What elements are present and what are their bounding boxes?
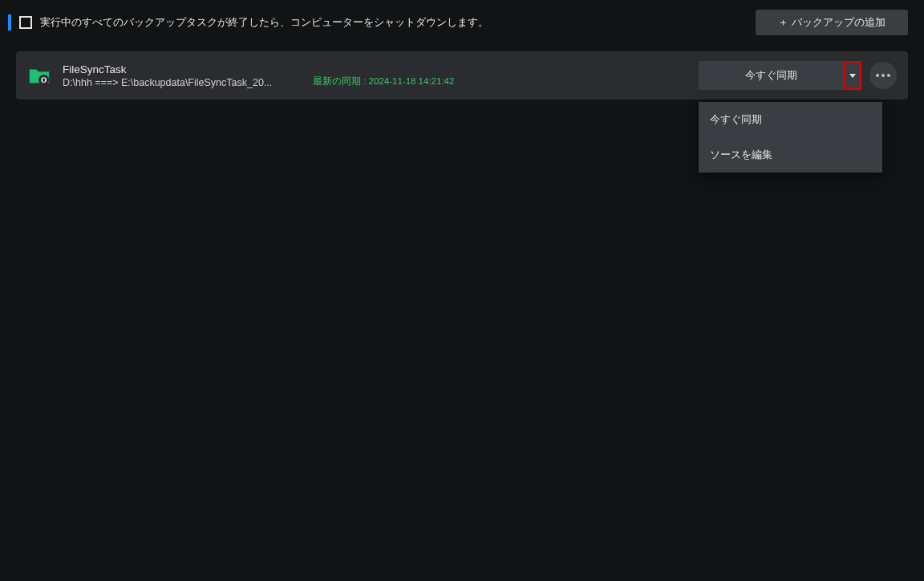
caret-down-icon	[849, 74, 856, 78]
top-bar: 実行中のすべてのバックアップタスクが終了したら、コンピューターをシャットダウンし…	[0, 0, 924, 45]
task-path: D:\hhh ===> E:\backupdata\FileSyncTask_2…	[63, 77, 311, 88]
last-sync-time: 2024-11-18 14:21:42	[369, 76, 455, 86]
sync-dropdown-menu: 今すぐ同期 ソースを編集	[699, 102, 882, 173]
add-backup-button[interactable]: ＋ バックアップの追加	[756, 10, 908, 35]
task-info: FileSyncTask D:\hhh ===> E:\backupdata\F…	[63, 63, 311, 88]
card-actions: 今すぐ同期 今すぐ同期 ソースを編集	[699, 61, 897, 90]
more-icon	[876, 74, 890, 77]
svg-point-0	[38, 75, 49, 85]
dropdown-item-sync-now[interactable]: 今すぐ同期	[699, 102, 882, 137]
sync-now-button[interactable]: 今すぐ同期	[699, 61, 844, 90]
task-name: FileSyncTask	[63, 63, 311, 75]
task-card: FileSyncTask D:\hhh ===> E:\backupdata\F…	[16, 51, 908, 100]
sync-split-button: 今すぐ同期	[699, 61, 861, 90]
shutdown-label: 実行中のすべてのバックアップタスクが終了したら、コンピューターをシャットダウンし…	[40, 15, 488, 30]
active-marker	[8, 14, 11, 30]
sync-dropdown-wrapper: 今すぐ同期 今すぐ同期 ソースを編集	[699, 61, 861, 90]
sync-dropdown-toggle[interactable]	[844, 61, 861, 90]
dropdown-item-edit-source[interactable]: ソースを編集	[699, 137, 882, 173]
shutdown-checkbox[interactable]	[19, 16, 32, 29]
more-button[interactable]	[869, 62, 897, 89]
last-sync-prefix: 最新の同期 :	[313, 76, 369, 86]
last-sync-label: 最新の同期 : 2024-11-18 14:21:42	[313, 75, 454, 87]
shutdown-option: 実行中のすべてのバックアップタスクが終了したら、コンピューターをシャットダウンし…	[8, 14, 488, 30]
folder-sync-icon	[27, 63, 51, 87]
